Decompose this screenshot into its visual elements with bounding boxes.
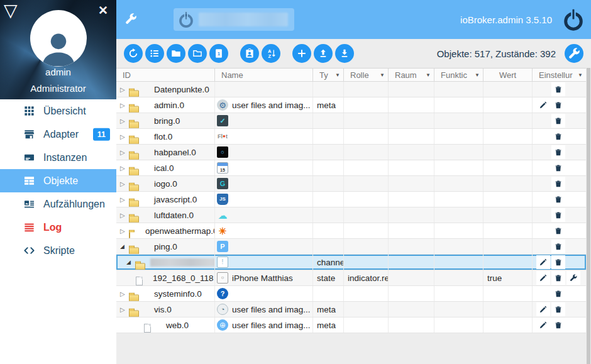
table-row[interactable]: 192_168_0_118○iPhone Matthiasstateindica… xyxy=(116,270,586,286)
edit-button[interactable] xyxy=(536,255,550,269)
table-row[interactable]: ▷habpanel.0○ xyxy=(116,145,586,160)
table-row[interactable]: ▷ical.015 xyxy=(116,160,586,176)
table-row[interactable]: ◢ping.0P xyxy=(116,239,586,255)
expand-arrow-icon[interactable]: ▷ xyxy=(120,149,125,156)
expand-all-button[interactable] xyxy=(188,44,207,63)
delete-button[interactable] xyxy=(551,82,565,96)
filter-dropdown-icon[interactable]: ▼ xyxy=(578,72,583,78)
sidebar-item-skripte[interactable]: Skripte xyxy=(0,239,116,262)
sort-button[interactable]: AZ xyxy=(262,44,280,63)
delete-button[interactable] xyxy=(551,192,565,206)
collapse-arrow-icon[interactable]: ◢ xyxy=(120,243,124,250)
delete-button[interactable] xyxy=(551,114,565,128)
edit-button[interactable] xyxy=(536,98,550,112)
table-row[interactable]: ▷flot.0Fl●t xyxy=(116,129,586,145)
column-header-rolle[interactable]: Rolle▼ xyxy=(344,69,389,81)
expand-arrow-icon[interactable]: ▷ xyxy=(120,165,125,172)
table-row[interactable]: ▷javascript.0JS xyxy=(116,192,586,207)
table-row[interactable]: ◢!channe xyxy=(116,255,586,270)
expand-arrow-icon[interactable]: ▷ xyxy=(120,212,125,219)
table-row[interactable]: ▷systeminfo.0? xyxy=(116,286,586,302)
column-header-ty[interactable]: Ty▼ xyxy=(313,69,344,81)
table-row[interactable]: ▷openweathermap.0☀ xyxy=(116,223,586,239)
collapse-all-button[interactable] xyxy=(167,44,185,63)
type-cell xyxy=(313,160,344,175)
close-icon[interactable]: ✕ xyxy=(98,3,108,18)
config-button[interactable] xyxy=(566,271,580,285)
column-header-wert[interactable]: Wert xyxy=(483,69,533,81)
expand-arrow-icon[interactable]: ▷ xyxy=(120,86,125,93)
delete-button[interactable] xyxy=(551,302,565,316)
instances-icon xyxy=(23,152,35,164)
expand-arrow-icon[interactable]: ▷ xyxy=(120,306,125,313)
expand-level-1-button[interactable]: 1 xyxy=(209,44,228,63)
list-icon xyxy=(149,48,160,59)
filter-dropdown-icon[interactable]: ▼ xyxy=(380,72,385,78)
table-row[interactable]: ▷Datenpunkte.0 xyxy=(116,82,586,97)
expand-arrow-icon[interactable]: ▷ xyxy=(120,118,125,124)
upload-button[interactable] xyxy=(314,44,333,63)
table-row[interactable]: ▷admin.0⚙user files and imag...meta xyxy=(116,97,586,113)
delete-button[interactable] xyxy=(551,208,565,222)
expand-arrow-icon[interactable]: ▷ xyxy=(120,102,125,109)
sidebar-item-objekte[interactable]: Objekte xyxy=(0,169,116,192)
collapse-arrow-icon[interactable]: ◢ xyxy=(126,259,131,265)
column-header-raum[interactable]: Raum▼ xyxy=(389,69,434,81)
columns-config-button[interactable] xyxy=(565,44,583,63)
delete-button[interactable] xyxy=(551,161,565,175)
file-icon xyxy=(144,324,151,333)
wrench-icon[interactable] xyxy=(124,12,139,27)
delete-button[interactable] xyxy=(551,271,565,285)
delete-button[interactable] xyxy=(551,224,565,238)
vertical-scrollbar[interactable] xyxy=(586,68,591,364)
delete-button[interactable] xyxy=(551,98,565,112)
delete-button[interactable] xyxy=(551,145,565,159)
sidebar-item-instanzen[interactable]: Instanzen xyxy=(0,146,116,169)
column-header-funktic[interactable]: Funktic▼ xyxy=(434,69,483,81)
expand-arrow-icon[interactable]: ▷ xyxy=(120,290,125,297)
javascript-adapter-icon: JS xyxy=(217,194,228,205)
edit-button[interactable] xyxy=(536,271,550,285)
sidebar-item-log[interactable]: Log xyxy=(0,216,116,239)
filter-dropdown-icon[interactable]: ▼ xyxy=(335,72,340,78)
list-view-button[interactable] xyxy=(145,44,164,63)
column-header-name[interactable]: Name xyxy=(215,69,313,81)
role-cell xyxy=(344,239,389,254)
filter-dropdown-icon[interactable]: ▼ xyxy=(475,72,480,78)
table-row[interactable]: ▷iogo.0G xyxy=(116,176,586,192)
delete-button[interactable] xyxy=(551,177,565,190)
filter-dropdown-icon[interactable]: ▼ xyxy=(426,72,431,78)
scrollbar-thumb[interactable] xyxy=(587,68,590,364)
expand-arrow-icon[interactable]: ▷ xyxy=(120,180,125,187)
edit-button[interactable] xyxy=(536,318,550,332)
delete-button[interactable] xyxy=(551,255,565,269)
table-row[interactable]: ▷bring.0✓ xyxy=(116,113,586,129)
sidebar-item-aufzaehlungen[interactable]: Aufzählungen xyxy=(0,192,116,216)
table-row[interactable]: ▷luftdaten.0☁ xyxy=(116,207,586,223)
table-row[interactable]: web.0⊕user files and imag...meta xyxy=(116,317,586,333)
column-header-einstellur[interactable]: Einstellur▼ xyxy=(533,69,586,81)
function-cell xyxy=(434,302,483,317)
expand-arrow-icon[interactable]: ▷ xyxy=(120,133,125,140)
grid-icon xyxy=(23,105,35,118)
host-selector-chip[interactable] xyxy=(174,8,294,31)
add-object-button[interactable] xyxy=(292,44,311,63)
expand-arrow-icon[interactable]: ▷ xyxy=(120,228,125,234)
delete-button[interactable] xyxy=(551,130,565,143)
refresh-button[interactable] xyxy=(124,44,143,63)
settings-cell xyxy=(533,129,586,144)
table-row[interactable]: ▷vis.0◔user files and imag...meta xyxy=(116,302,586,317)
redacted-object-id xyxy=(150,258,215,267)
delete-button[interactable] xyxy=(551,240,565,253)
sidebar-item-uebersicht[interactable]: Übersicht xyxy=(0,99,116,123)
delete-button[interactable] xyxy=(551,318,565,332)
column-header-id[interactable]: ID xyxy=(116,69,215,81)
edit-button[interactable] xyxy=(536,302,550,316)
function-cell xyxy=(434,82,483,97)
avatar xyxy=(30,10,87,67)
delete-button[interactable] xyxy=(551,287,565,301)
expand-arrow-icon[interactable]: ▷ xyxy=(120,196,125,203)
download-button[interactable] xyxy=(335,44,354,63)
show-ids-button[interactable] xyxy=(240,44,259,63)
sidebar-item-adapter[interactable]: Adapter11 xyxy=(0,123,116,146)
